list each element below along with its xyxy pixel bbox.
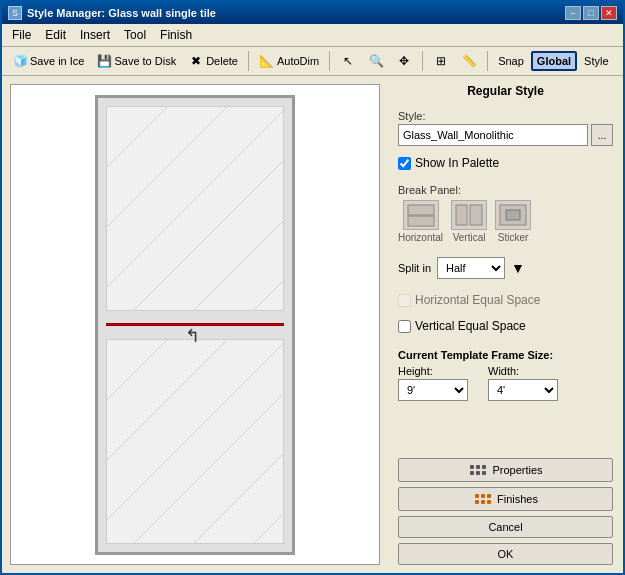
window-icon: S	[8, 6, 22, 20]
vertical-equal-space-label: Vertical Equal Space	[415, 319, 526, 333]
cursor-pointer: ↰	[185, 325, 200, 347]
autodim-icon: 📐	[259, 53, 275, 69]
menu-bar: File Edit Insert Tool Finish	[2, 24, 623, 47]
menu-finish[interactable]: Finish	[154, 26, 198, 44]
svg-line-4	[187, 197, 283, 310]
break-vertical[interactable]: Vertical	[451, 200, 487, 243]
browse-button[interactable]: ...	[591, 124, 613, 146]
width-select[interactable]: 4' 3' 5'	[488, 379, 558, 401]
svg-line-1	[107, 107, 227, 227]
frame-size-section: Current Template Frame Size: Height: 9' …	[398, 349, 613, 405]
show-in-palette-label: Show In Palette	[415, 156, 499, 170]
maximize-button[interactable]: □	[583, 6, 599, 20]
split-dropdown-arrow[interactable]: ▼	[511, 260, 525, 276]
action-buttons: Properties Finishes Cancel OK	[398, 458, 613, 565]
menu-tool[interactable]: Tool	[118, 26, 152, 44]
right-panel: Regular Style Style: ... Show In Palette…	[388, 76, 623, 573]
svg-line-10	[187, 430, 283, 543]
width-item: Width: 4' 3' 5'	[488, 365, 558, 401]
height-item: Height: 9' 8' 10'	[398, 365, 468, 401]
toolbar-separator-2	[329, 51, 330, 71]
cursor-tool-button[interactable]: ↖	[335, 50, 361, 72]
svg-rect-13	[408, 216, 434, 226]
move-tool-button[interactable]: ✥	[391, 50, 417, 72]
break-sticker[interactable]: Sticker	[495, 200, 531, 243]
break-horizontal[interactable]: Horizontal	[398, 200, 443, 243]
show-in-palette-row: Show In Palette	[398, 156, 613, 170]
properties-button[interactable]: Properties	[398, 458, 613, 482]
svg-rect-12	[408, 205, 434, 215]
grid-tool-button[interactable]: ⊞	[428, 50, 454, 72]
ok-button[interactable]: OK	[398, 543, 613, 565]
diagonal-lines-bottom	[107, 340, 283, 543]
svg-line-8	[107, 340, 283, 520]
svg-rect-14	[456, 205, 467, 225]
vertical-equal-space-row: Vertical Equal Space	[398, 319, 613, 333]
menu-insert[interactable]: Insert	[74, 26, 116, 44]
svg-line-6	[107, 340, 167, 400]
split-select[interactable]: Half Third Quarter	[437, 257, 505, 279]
toolbar-separator-4	[487, 51, 488, 71]
snap-button[interactable]: Snap	[493, 52, 529, 70]
properties-icon	[468, 463, 488, 477]
vertical-icon-svg	[454, 203, 484, 227]
break-vertical-label: Vertical	[453, 232, 486, 243]
main-window: S Style Manager: Glass wall single tile …	[0, 0, 625, 575]
glass-panel-top	[106, 106, 284, 311]
svg-line-0	[107, 107, 167, 167]
break-vertical-icon	[451, 200, 487, 230]
break-panel-section: Break Panel: Horizontal	[398, 180, 613, 245]
style-button[interactable]: Style	[579, 52, 613, 70]
svg-line-7	[107, 340, 227, 460]
break-horizontal-label: Horizontal	[398, 232, 443, 243]
window-title: Style Manager: Glass wall single tile	[27, 7, 216, 19]
svg-line-11	[247, 490, 283, 543]
svg-line-2	[107, 107, 283, 287]
horizontal-equal-space-checkbox[interactable]	[398, 294, 411, 307]
search-tool-button[interactable]: 🔍	[363, 50, 389, 72]
autodim-button[interactable]: 📐 AutoDim	[254, 50, 324, 72]
toolbar-separator-1	[248, 51, 249, 71]
split-row: Split in Half Third Quarter ▼	[398, 257, 613, 279]
break-panel-label: Break Panel:	[398, 184, 613, 196]
finishes-icon	[473, 492, 493, 506]
menu-edit[interactable]: Edit	[39, 26, 72, 44]
horizontal-equal-space-label: Horizontal Equal Space	[415, 293, 540, 307]
style-label: Style:	[398, 110, 613, 122]
break-panel-icons: Horizontal Vertical	[398, 200, 613, 243]
width-label: Width:	[488, 365, 558, 377]
vertical-equal-space-checkbox[interactable]	[398, 320, 411, 333]
measure-tool-button[interactable]: 📏	[456, 50, 482, 72]
save-to-disk-button[interactable]: 💾 Save to Disk	[91, 50, 181, 72]
delete-icon: ✖	[188, 53, 204, 69]
glass-wall-preview: ↰	[95, 95, 295, 555]
toolbar-separator-3	[422, 51, 423, 71]
horizontal-equal-space-row: Horizontal Equal Space	[398, 293, 613, 307]
grid-icon: ⊞	[433, 53, 449, 69]
minimize-button[interactable]: −	[565, 6, 581, 20]
close-button[interactable]: ✕	[601, 6, 617, 20]
move-icon: ✥	[396, 53, 412, 69]
svg-rect-15	[470, 205, 482, 225]
delete-button[interactable]: ✖ Delete	[183, 50, 243, 72]
frame-size-title: Current Template Frame Size:	[398, 349, 613, 361]
style-section: Style: ...	[398, 110, 613, 146]
cancel-button[interactable]: Cancel	[398, 516, 613, 538]
style-input[interactable]	[398, 124, 588, 146]
split-in-label: Split in	[398, 262, 431, 274]
save-in-ice-button[interactable]: 🧊 Save in Ice	[7, 50, 89, 72]
wall-frame: ↰	[95, 95, 295, 555]
svg-line-3	[127, 137, 283, 310]
finishes-button[interactable]: Finishes	[398, 487, 613, 511]
show-in-palette-checkbox[interactable]	[398, 157, 411, 170]
menu-file[interactable]: File	[6, 26, 37, 44]
toolbar: 🧊 Save in Ice 💾 Save to Disk ✖ Delete 📐 …	[2, 47, 623, 76]
glass-panel-bottom	[106, 339, 284, 544]
break-sticker-icon	[495, 200, 531, 230]
height-select[interactable]: 9' 8' 10'	[398, 379, 468, 401]
global-button[interactable]: Global	[531, 51, 577, 71]
canvas-panel: ↰	[10, 84, 380, 565]
sticker-icon-svg	[498, 203, 528, 227]
measure-icon: 📏	[461, 53, 477, 69]
cursor-icon: ↖	[340, 53, 356, 69]
